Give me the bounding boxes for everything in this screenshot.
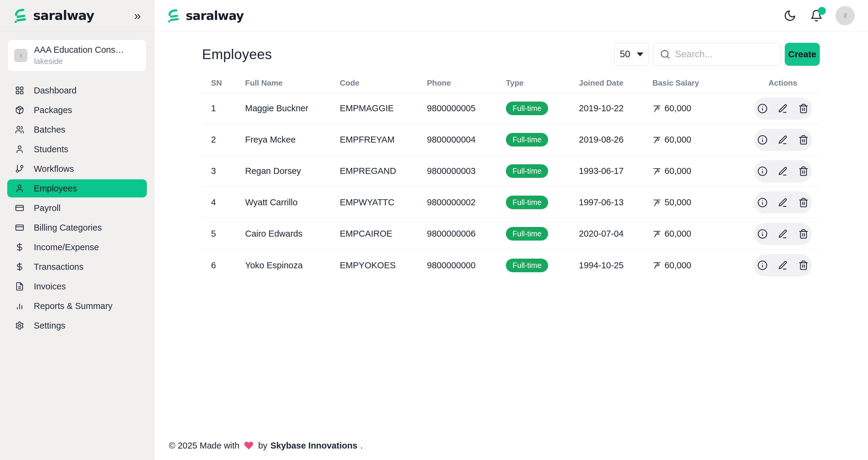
info-icon xyxy=(757,260,768,270)
sidebar-item-reports-summary[interactable]: Reports & Summary xyxy=(7,297,147,315)
sidebar-item-payroll[interactable]: Payroll xyxy=(7,199,147,217)
cell-code: EMPMAGGIE xyxy=(340,103,427,113)
nepali-rupee-icon xyxy=(652,261,661,270)
info-icon xyxy=(757,197,768,208)
page-content: Employees 50 Create SN Full Name Code Ph… xyxy=(154,31,868,439)
cell-code: EMPREGAND xyxy=(340,166,427,176)
pen-icon xyxy=(778,229,788,239)
image-placeholder-icon xyxy=(839,10,851,22)
view-info-button[interactable] xyxy=(757,259,768,271)
notifications-button[interactable] xyxy=(809,8,824,23)
view-info-button[interactable] xyxy=(757,103,768,114)
sidebar-menu: Dashboard Packages Batches Students Work… xyxy=(0,75,154,341)
sidebar: saralway » AAA Education Cons… lakeside … xyxy=(0,0,154,460)
edit-button[interactable] xyxy=(777,259,789,271)
column-header-phone: Phone xyxy=(427,79,506,88)
sidebar-item-dashboard[interactable]: Dashboard xyxy=(7,82,147,99)
sidebar-item-label: Transactions xyxy=(34,262,84,272)
sidebar-collapse-button[interactable]: » xyxy=(133,8,142,23)
page-header: Employees 50 Create xyxy=(202,43,820,66)
edit-button[interactable] xyxy=(777,103,789,114)
cell-actions xyxy=(746,129,820,151)
cell-phone: 9800000006 xyxy=(427,229,506,239)
cell-joined-date: 1997-06-13 xyxy=(579,197,652,207)
salary-amount: 50,000 xyxy=(664,197,691,207)
delete-button[interactable] xyxy=(798,103,809,114)
type-badge: Full-time xyxy=(506,227,548,241)
type-badge: Full-time xyxy=(506,133,548,147)
delete-button[interactable] xyxy=(798,165,809,177)
cell-joined-date: 1994-10-25 xyxy=(579,260,652,270)
delete-button[interactable] xyxy=(798,197,809,208)
cell-code: EMPYOKOES xyxy=(340,260,427,270)
sidebar-item-label: Dashboard xyxy=(34,86,76,96)
footer-text: © 2025 Made with xyxy=(169,441,239,451)
salary-amount: 60,000 xyxy=(664,103,691,113)
sidebar-logo: saralway xyxy=(12,7,94,24)
sidebar-item-label: Employees xyxy=(34,184,77,193)
row-actions xyxy=(754,129,812,151)
trash-icon xyxy=(798,197,809,208)
sidebar-item-label: Reports & Summary xyxy=(34,301,113,311)
edit-button[interactable] xyxy=(777,197,789,208)
cell-type: Full-time xyxy=(506,133,579,147)
type-badge: Full-time xyxy=(506,196,548,209)
salary-amount: 60,000 xyxy=(664,135,691,145)
create-button[interactable]: Create xyxy=(785,43,820,66)
sidebar-item-invoices[interactable]: Invoices xyxy=(7,277,147,296)
sidebar-item-billing-categories[interactable]: Billing Categories xyxy=(7,219,147,237)
table-controls: 50 Create xyxy=(614,43,820,66)
search-box xyxy=(653,43,781,66)
delete-button[interactable] xyxy=(798,228,809,240)
page-size-select[interactable]: 50 xyxy=(614,43,649,66)
cell-actions xyxy=(746,160,820,182)
sidebar-item-students[interactable]: Students xyxy=(7,140,147,158)
nepali-rupee-icon xyxy=(652,198,661,207)
salary-amount: 60,000 xyxy=(664,229,691,239)
cell-actions xyxy=(746,97,820,120)
delete-button[interactable] xyxy=(798,134,809,146)
dark-mode-toggle[interactable] xyxy=(782,8,798,23)
cell-type: Full-time xyxy=(506,164,579,178)
user-avatar[interactable] xyxy=(835,6,855,25)
sidebar-item-workflows[interactable]: Workflows xyxy=(7,160,147,178)
sidebar-header: saralway » xyxy=(0,0,154,31)
edit-button[interactable] xyxy=(777,134,789,146)
view-info-button[interactable] xyxy=(757,228,768,240)
organization-card[interactable]: AAA Education Cons… lakeside xyxy=(7,39,147,72)
pen-icon xyxy=(778,166,788,176)
row-actions xyxy=(754,254,812,276)
saralway-logo-icon xyxy=(166,8,182,24)
sidebar-item-income-expense[interactable]: Income/Expense xyxy=(7,238,147,256)
edit-button[interactable] xyxy=(777,228,789,240)
sidebar-item-batches[interactable]: Batches xyxy=(7,121,147,139)
view-info-button[interactable] xyxy=(757,197,768,208)
layout-grid-icon xyxy=(15,86,24,95)
credit-card-icon xyxy=(15,223,24,232)
header-logo[interactable]: saralway xyxy=(166,8,244,24)
cell-full-name: Maggie Buckner xyxy=(245,103,340,113)
employees-table: SN Full Name Code Phone Type Joined Date… xyxy=(202,73,820,281)
footer: © 2025 Made with by Skybase Innovations. xyxy=(154,439,868,460)
sidebar-item-employees[interactable]: Employees xyxy=(7,179,147,197)
view-info-button[interactable] xyxy=(757,134,768,146)
sidebar-item-packages[interactable]: Packages xyxy=(7,101,147,119)
cell-phone: 9800000002 xyxy=(427,197,506,207)
nepali-rupee-icon xyxy=(652,167,661,176)
trash-icon xyxy=(798,103,809,114)
cell-sn: 6 xyxy=(211,260,245,270)
type-badge: Full-time xyxy=(506,164,548,178)
chevron-down-icon xyxy=(637,53,643,56)
column-header-sn: SN xyxy=(211,79,245,88)
sidebar-item-settings[interactable]: Settings xyxy=(7,316,147,335)
cell-joined-date: 2020-07-04 xyxy=(579,229,652,239)
logo-wordmark: saralway xyxy=(186,9,244,23)
edit-button[interactable] xyxy=(777,165,789,177)
delete-button[interactable] xyxy=(798,259,809,271)
view-info-button[interactable] xyxy=(757,165,768,177)
sidebar-item-transactions[interactable]: Transactions xyxy=(7,258,147,276)
user-icon xyxy=(15,145,24,154)
info-icon xyxy=(757,103,768,114)
search-input[interactable] xyxy=(675,49,795,60)
trash-icon xyxy=(798,166,809,176)
